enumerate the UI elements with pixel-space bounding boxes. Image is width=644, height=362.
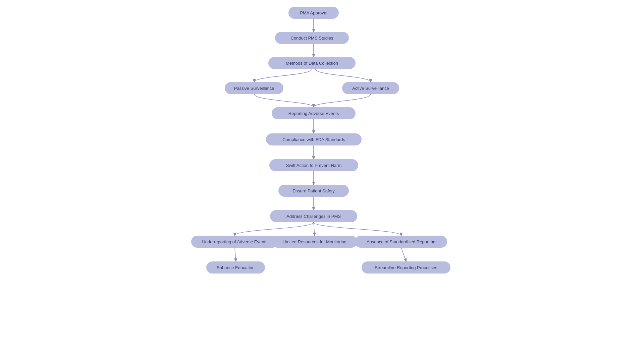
node-streamline: Streamline Reporting Processes [362,261,450,274]
svg-line-8 [401,248,406,261]
node-passive: Passive Surveillance [225,82,283,94]
node-swift: Swift Action to Prevent Harm [269,159,358,171]
node-compliance: Compliance with FDA Standards [266,133,362,145]
node-pms: Conduct PMS Studies [275,32,349,44]
connectors-svg [171,3,473,359]
diagram-container: PMA Approval Conduct PMS Studies Methods… [171,3,473,359]
node-underreporting: Underreporting of Adverse Events [191,236,278,248]
node-reporting: Reporting Adverse Events [272,107,356,119]
node-pma: PMA Approval [288,7,339,19]
node-limited: Limited Resources for Monitoring [272,236,357,248]
node-methods: Methods of Data Collection [268,57,356,69]
svg-line-6 [314,222,315,236]
node-absence: Absence of Standardized Reporting [355,236,447,248]
node-address: Address Challenges in PMS [270,210,357,222]
node-ensure: Ensure Patient Safety [278,185,349,197]
node-active: Active Surveillance [342,82,399,94]
node-enhance: Enhance Education [206,261,265,274]
svg-line-7 [235,248,236,261]
